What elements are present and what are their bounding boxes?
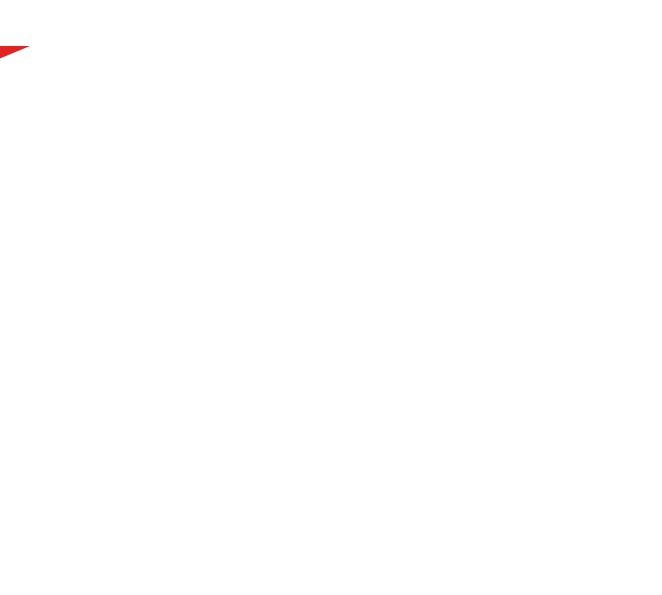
highlight-box: [0, 46, 6, 52]
annotation-arrow: [0, 46, 662, 595]
code-editor: [0, 0, 662, 46]
line-gutter: [0, 10, 46, 46]
code-area[interactable]: [46, 10, 662, 46]
